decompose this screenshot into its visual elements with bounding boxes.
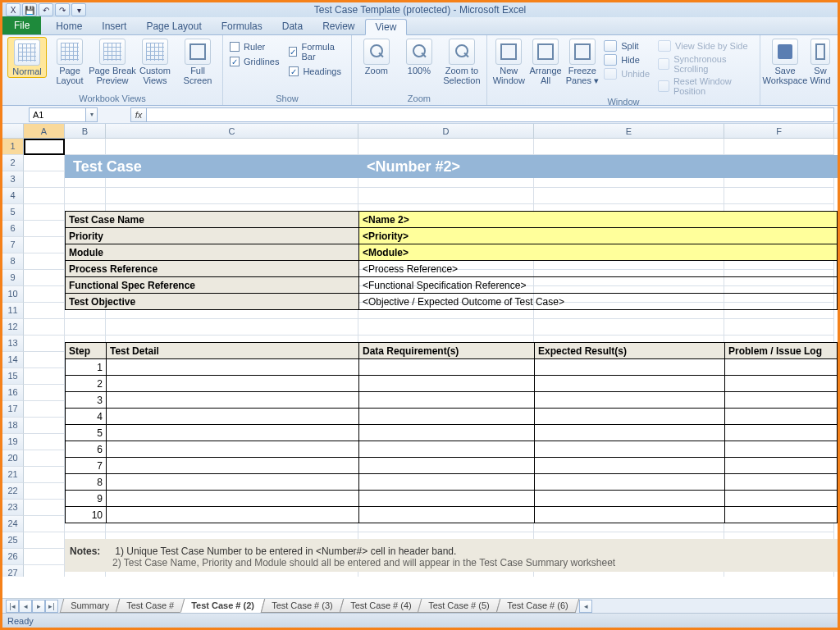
row-header-8[interactable]: 8: [2, 253, 24, 270]
row-header-17[interactable]: 17: [2, 401, 24, 418]
cell[interactable]: [24, 155, 65, 171]
step-number[interactable]: 1: [66, 359, 107, 375]
step-cell[interactable]: [107, 409, 359, 424]
cell[interactable]: [24, 434, 65, 450]
sheet-tab[interactable]: Test Case # (3): [261, 599, 344, 613]
row-header-11[interactable]: 11: [2, 303, 24, 319]
step-number[interactable]: 4: [66, 409, 107, 424]
tab-page-layout[interactable]: Page Layout: [136, 18, 211, 34]
cell[interactable]: [534, 188, 724, 204]
step-cell[interactable]: [107, 376, 359, 391]
step-cell[interactable]: [107, 392, 359, 408]
step-cell[interactable]: [359, 359, 535, 375]
row-header-3[interactable]: 3: [2, 171, 24, 188]
step-number[interactable]: 9: [66, 491, 107, 506]
step-cell[interactable]: [359, 507, 535, 523]
tab-nav-first[interactable]: |◂: [6, 600, 19, 613]
step-cell[interactable]: [535, 458, 725, 473]
cell[interactable]: [24, 336, 65, 352]
split-button[interactable]: Split: [604, 40, 650, 52]
info-value[interactable]: <Name 2>: [359, 212, 837, 227]
step-cell[interactable]: [359, 458, 535, 473]
cell[interactable]: [534, 319, 724, 336]
tab-review[interactable]: Review: [313, 18, 364, 34]
step-cell[interactable]: [359, 491, 535, 506]
switch-windows-button[interactable]: Sw Wind: [808, 37, 833, 85]
step-number[interactable]: 7: [66, 458, 107, 473]
cell[interactable]: [724, 319, 834, 336]
row-header-5[interactable]: 5: [2, 204, 24, 221]
step-cell[interactable]: [107, 507, 359, 523]
row-header-1[interactable]: 1: [2, 139, 24, 155]
cell[interactable]: [24, 368, 65, 385]
qat-excel-icon[interactable]: X: [6, 3, 21, 16]
step-cell[interactable]: [725, 376, 837, 391]
row-header-4[interactable]: 4: [2, 188, 24, 204]
sheet-tab[interactable]: Test Case #: [116, 599, 185, 613]
tab-insert[interactable]: Insert: [92, 18, 136, 34]
cell[interactable]: [106, 139, 358, 155]
name-box[interactable]: A1: [29, 107, 86, 122]
cell[interactable]: [24, 319, 65, 336]
step-cell[interactable]: [535, 376, 725, 391]
row-header-15[interactable]: 15: [2, 368, 24, 385]
cell[interactable]: [24, 270, 65, 286]
row-header-16[interactable]: 16: [2, 385, 24, 401]
name-box-dropdown[interactable]: ▾: [86, 107, 98, 122]
step-number[interactable]: 5: [66, 425, 107, 441]
cell[interactable]: [24, 418, 65, 434]
step-cell[interactable]: [535, 474, 725, 490]
cell[interactable]: [24, 385, 65, 401]
step-cell[interactable]: [535, 441, 725, 457]
cell[interactable]: [24, 303, 65, 319]
step-cell[interactable]: [107, 359, 359, 375]
row-header-20[interactable]: 20: [2, 450, 24, 467]
step-cell[interactable]: [725, 392, 837, 408]
zoom-100-button[interactable]: 100%: [399, 37, 439, 76]
col-header-F[interactable]: F: [724, 124, 834, 138]
step-cell[interactable]: [359, 474, 535, 490]
sheet-tab[interactable]: Test Case # (5): [418, 599, 500, 613]
step-cell[interactable]: [107, 491, 359, 506]
tab-view[interactable]: View: [365, 19, 408, 35]
page-layout-button[interactable]: Page Layout: [50, 37, 89, 85]
row-header-18[interactable]: 18: [2, 418, 24, 434]
info-value[interactable]: <Functional Specification Reference>: [359, 277, 837, 293]
tab-data[interactable]: Data: [272, 18, 313, 34]
step-cell[interactable]: [535, 409, 725, 424]
band-number[interactable]: <Number #2>: [367, 158, 460, 176]
cell[interactable]: [24, 549, 65, 565]
cell[interactable]: [24, 286, 65, 303]
step-cell[interactable]: [535, 491, 725, 506]
hide-button[interactable]: Hide: [604, 54, 650, 66]
row-header-24[interactable]: 24: [2, 516, 24, 532]
step-cell[interactable]: [725, 491, 837, 506]
cell[interactable]: [24, 532, 65, 549]
tab-nav-last[interactable]: ▸|: [45, 600, 58, 613]
row-header-22[interactable]: 22: [2, 483, 24, 500]
step-cell[interactable]: [725, 458, 837, 473]
row-header-2[interactable]: 2: [2, 155, 24, 171]
col-header-D[interactable]: D: [358, 124, 534, 138]
step-cell[interactable]: [107, 441, 359, 457]
save-workspace-button[interactable]: Save Workspace: [765, 37, 805, 85]
step-cell[interactable]: [107, 474, 359, 490]
qat-redo-button[interactable]: ↷: [55, 3, 70, 16]
info-value[interactable]: <Priority>: [359, 228, 837, 244]
row-header-6[interactable]: 6: [2, 221, 24, 237]
qat-save-button[interactable]: 💾: [22, 3, 37, 16]
cell[interactable]: [24, 352, 65, 368]
col-header-C[interactable]: C: [106, 124, 358, 138]
cell[interactable]: [358, 139, 534, 155]
cell[interactable]: [24, 221, 65, 237]
step-number[interactable]: 3: [66, 392, 107, 408]
row-header-26[interactable]: 26: [2, 549, 24, 565]
unhide-button[interactable]: Unhide: [604, 68, 650, 80]
sheet-tab[interactable]: Test Case # (2): [180, 599, 265, 613]
tab-home[interactable]: Home: [46, 18, 92, 34]
step-number[interactable]: 10: [66, 507, 107, 523]
freeze-panes-button[interactable]: Freeze Panes ▾: [565, 37, 599, 85]
cell[interactable]: [65, 188, 106, 204]
row-header-19[interactable]: 19: [2, 434, 24, 450]
gridlines-checkbox[interactable]: ✓Gridlines: [230, 57, 279, 66]
